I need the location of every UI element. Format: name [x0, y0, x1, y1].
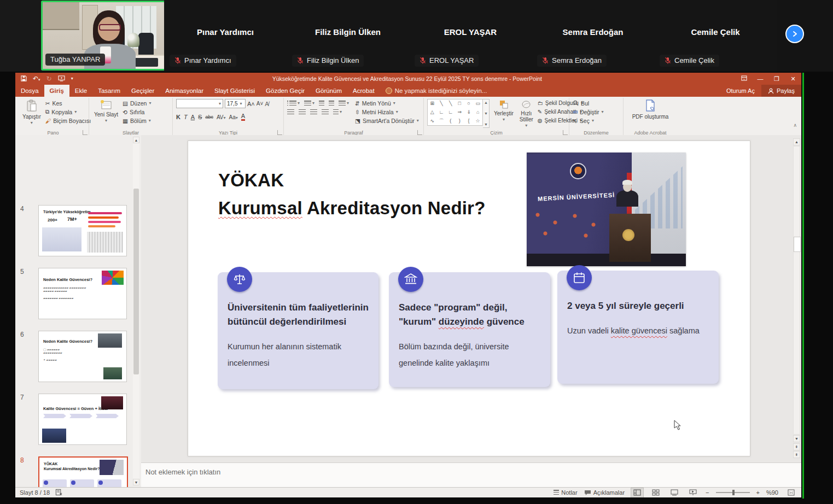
conference-photo[interactable]: MERSİN ÜNİVERSİTESİ	[527, 153, 686, 266]
bold-button[interactable]: K	[176, 114, 180, 120]
scrollbar-track[interactable]	[793, 146, 800, 435]
spell-check-icon[interactable]	[55, 489, 62, 497]
scroll-down-icon[interactable]: ▼	[793, 435, 800, 442]
shapes-gallery[interactable]: ⊞╲╲□○▭ △∟∟⇒⇓⌂ ∿⌒(){☆	[427, 99, 483, 126]
italic-button[interactable]: T	[184, 114, 188, 120]
text-direction-button[interactable]: ⇵Metin Yönü▾	[355, 99, 419, 107]
scroll-up-icon[interactable]: ▲	[793, 138, 800, 145]
section-button[interactable]: ▦Bölüm▾	[123, 116, 151, 125]
fit-to-window-button[interactable]	[785, 488, 797, 497]
numbering-icon[interactable]: ▾	[304, 101, 314, 106]
slideshow-view-button[interactable]	[687, 488, 699, 497]
strikethrough-button[interactable]: S	[198, 114, 202, 120]
grow-font-icon[interactable]: A˄	[247, 101, 255, 107]
reset-button[interactable]: ⟲Sıfırla	[123, 108, 151, 116]
font-name-combobox[interactable]: ▾	[176, 99, 223, 108]
next-participants-button[interactable]	[785, 25, 804, 43]
tab-ekle[interactable]: Ekle	[69, 85, 92, 97]
slide-sorter-view-button[interactable]	[650, 488, 662, 497]
select-button[interactable]: ⇖Seç▾	[573, 116, 604, 125]
slide-thumbnail-6[interactable]: Neden Kalite Güvencesi? ◯ ▰▰▰▰▰▰▰▰▰▰▰▰▰▰…	[38, 331, 127, 382]
participant-video-tile[interactable]: Tuğba YANPAR	[41, 1, 167, 71]
thumbnail-scrollbar[interactable]: ▲ ▼	[133, 137, 139, 485]
justify-icon[interactable]	[322, 109, 329, 115]
tab-gorunum[interactable]: Görünüm	[310, 85, 347, 97]
abc-strike-icon[interactable]: abc	[205, 114, 213, 120]
align-right-icon[interactable]	[310, 109, 317, 115]
scrollbar-thumb[interactable]	[133, 189, 139, 374]
tab-animasyonlar[interactable]: Animasyonlar	[160, 85, 209, 97]
decrease-indent-icon[interactable]	[319, 101, 324, 106]
previous-slide-button[interactable]: ⇞	[793, 443, 800, 450]
comments-toggle[interactable]: Açıklamalar	[584, 489, 625, 496]
shapes-gallery-scroll[interactable]: ▲▼▼	[483, 99, 490, 128]
reading-view-button[interactable]	[668, 488, 680, 497]
increase-indent-icon[interactable]	[329, 101, 334, 106]
tab-giris[interactable]: Giriş	[44, 85, 69, 97]
save-icon[interactable]	[21, 75, 27, 83]
align-text-button[interactable]: ⇳Metni Hizala▾	[355, 108, 419, 116]
participant-tile[interactable]: EROL YAŞAR EROL YAŞAR	[409, 0, 532, 72]
customize-qat-icon[interactable]: ▾	[71, 77, 73, 81]
next-slide-button[interactable]: ⇟	[793, 451, 800, 458]
character-spacing-button[interactable]: AV▾	[217, 114, 226, 120]
slide-thumbnail-4[interactable]: Türkiye'de Yükseköğretim 200+ 7M+	[38, 205, 127, 256]
paste-button[interactable]: Yapıştır ▾	[21, 99, 43, 129]
card-holistic-evaluation[interactable]: Üniversitenin tüm faaliyetlerinin bütünc…	[218, 272, 378, 389]
scroll-up-icon[interactable]: ▲	[133, 137, 139, 143]
new-slide-button[interactable]: Yeni Slayt ▾	[92, 99, 120, 129]
notes-pane[interactable]: Not eklemek için tıklatın	[141, 462, 801, 488]
tab-gozden-gecir[interactable]: Gözden Geçir	[260, 85, 310, 97]
font-size-combobox[interactable]: 17,5▾	[225, 99, 246, 108]
zoom-out-button[interactable]: −	[706, 489, 709, 496]
slide-title[interactable]: YÖKAK Kurumsal Akreditasyon Nedir?	[218, 166, 486, 222]
bullets-icon[interactable]: ▾	[287, 101, 300, 106]
layout-button[interactable]: ▤Düzen▾	[123, 99, 151, 107]
tab-tasarim[interactable]: Tasarım	[92, 85, 126, 97]
zoom-slider-thumb[interactable]	[732, 490, 735, 495]
zoom-level[interactable]: %90	[766, 489, 778, 496]
align-left-icon[interactable]	[287, 109, 294, 115]
slide-scrollbar[interactable]: ▲ ▼ ⇞ ⇟	[793, 138, 800, 458]
notes-toggle[interactable]: Notlar	[554, 489, 577, 496]
slide-canvas[interactable]: YÖKAK Kurumsal Akreditasyon Nedir? MERSİ…	[188, 140, 750, 456]
copy-button[interactable]: ⧉Kopyala▾	[45, 108, 91, 116]
ribbon-display-options-icon[interactable]	[736, 73, 752, 85]
find-button[interactable]: Bul	[573, 99, 604, 107]
slide-thumbnail-5[interactable]: Neden Kalite Güvencesi? ▰▰▰▰▰▰▰▰▰▰▰▰ ▰▰▰…	[38, 268, 127, 319]
zoom-slider[interactable]	[716, 492, 750, 493]
quick-styles-button[interactable]: Hızlı Stiller ▾	[518, 99, 535, 129]
scrollbar-thumb[interactable]	[794, 237, 801, 252]
tell-me-box[interactable]: Ne yapmak istediğinizi söyleyin...	[380, 85, 493, 97]
minimize-button[interactable]: —	[752, 73, 768, 85]
align-center-icon[interactable]	[299, 109, 306, 115]
line-spacing-icon[interactable]: ▾	[339, 101, 349, 106]
tab-dosya[interactable]: Dosya	[15, 85, 44, 97]
font-color-button[interactable]: A	[241, 113, 245, 121]
format-painter-button[interactable]: 🖌Biçim Boyacısı	[45, 116, 91, 125]
scroll-down-icon[interactable]: ▼	[133, 479, 139, 485]
sign-in-button[interactable]: Oturum Aç	[720, 87, 761, 94]
shrink-font-icon[interactable]: A˅	[257, 101, 264, 107]
participant-tile[interactable]: Filiz Bilgin Ülken Filiz Bilgin Ülken	[287, 0, 409, 72]
normal-view-button[interactable]	[631, 488, 643, 497]
slide-thumbnail-8-selected[interactable]: YÖKAK Kurumsal Akreditasyon Nedir?	[38, 456, 128, 487]
tab-acrobat[interactable]: Acrobat	[347, 85, 380, 97]
dialog-launcher-icon[interactable]	[83, 130, 88, 135]
dialog-launcher-icon[interactable]	[563, 130, 568, 135]
participant-tile[interactable]: Pınar Yardımcı Pınar Yardımcı	[164, 0, 287, 72]
close-button[interactable]: ✕	[785, 73, 801, 85]
underline-button[interactable]: A	[191, 114, 195, 120]
restore-button[interactable]: ❐	[768, 73, 785, 85]
slide-thumbnail-7[interactable]: Kalite Güvencesi = Güven + İtibar	[38, 394, 127, 445]
cut-button[interactable]: ✂Kes	[45, 99, 91, 107]
card-validity-period[interactable]: 2 veya 5 yıl süreyle geçerli Uzun vadeli…	[557, 271, 719, 384]
card-institution-level[interactable]: Sadece "program" değil, "kurum" düzeyind…	[389, 272, 550, 387]
columns-icon[interactable]: ▾	[333, 109, 342, 115]
change-case-button[interactable]: Aa▾	[229, 114, 238, 120]
collapse-ribbon-icon[interactable]: ∧	[793, 122, 797, 128]
replace-button[interactable]: abDeğiştir▾	[573, 108, 604, 116]
participant-tile[interactable]: Cemile Çelik Cemile Çelik	[654, 0, 777, 72]
start-slideshow-icon[interactable]	[58, 75, 65, 83]
tab-slayt-gosterisi[interactable]: Slayt Gösterisi	[209, 85, 260, 97]
